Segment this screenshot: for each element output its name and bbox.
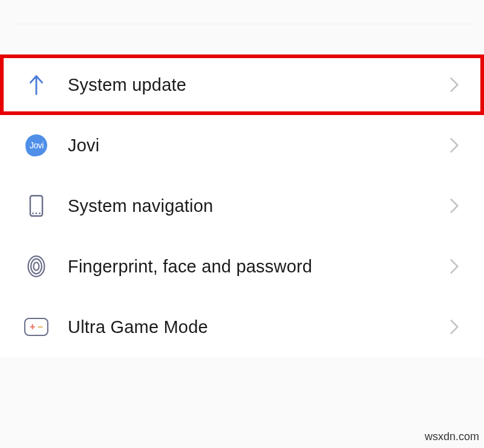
chevron-right-icon — [445, 318, 463, 336]
chevron-right-icon — [445, 76, 463, 94]
list-item-system-navigation[interactable]: System navigation — [0, 176, 484, 236]
svg-point-5 — [31, 259, 42, 274]
list-item-label: System update — [68, 75, 445, 95]
list-item-label: System navigation — [68, 196, 445, 216]
chevron-right-icon — [445, 257, 463, 275]
chevron-right-icon — [445, 197, 463, 215]
chevron-right-icon — [445, 136, 463, 154]
gamepad-icon: + – — [24, 315, 48, 339]
list-item-label: Jovi — [68, 136, 445, 156]
arrow-up-icon — [24, 73, 48, 97]
gamepad-dash-icon: – — [38, 322, 43, 332]
list-item-label: Ultra Game Mode — [68, 317, 445, 337]
section-divider — [12, 0, 472, 24]
list-item-ultra-game-mode[interactable]: + – Ultra Game Mode — [0, 297, 484, 357]
phone-nav-icon — [24, 194, 48, 218]
settings-list: System update Jovi Jovi — [0, 54, 484, 357]
watermark-text: wsxdn.com — [425, 430, 479, 443]
section-gap — [0, 24, 484, 54]
svg-point-6 — [34, 262, 39, 270]
jovi-icon-text: Jovi — [30, 140, 44, 150]
jovi-icon: Jovi — [24, 133, 48, 157]
gamepad-plus-icon: + — [30, 322, 35, 332]
list-item-label: Fingerprint, face and password — [68, 257, 445, 277]
list-item-system-update[interactable]: System update — [0, 54, 484, 115]
list-item-jovi[interactable]: Jovi Jovi — [0, 115, 484, 176]
settings-screen: System update Jovi Jovi — [0, 0, 484, 357]
list-item-fingerprint-face-password[interactable]: Fingerprint, face and password — [0, 236, 484, 297]
fingerprint-icon — [24, 254, 48, 278]
